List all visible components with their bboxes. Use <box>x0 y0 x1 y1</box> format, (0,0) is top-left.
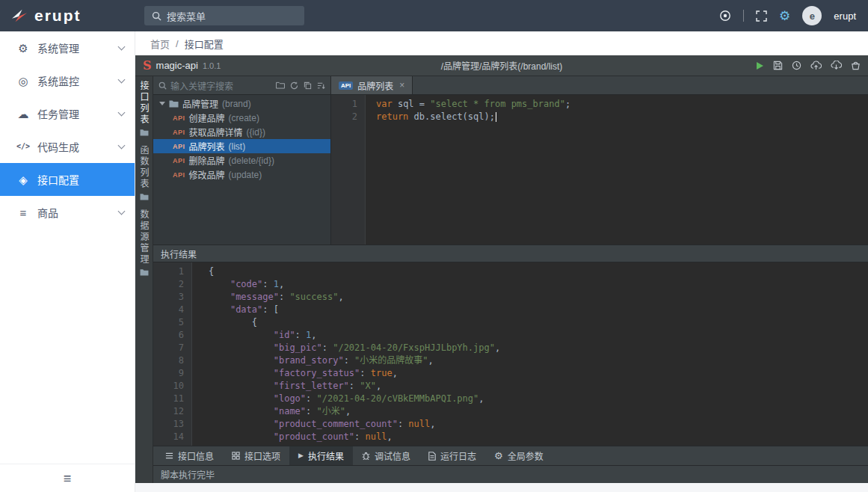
breadcrumb-separator: / <box>176 38 179 49</box>
history-icon[interactable] <box>792 61 801 70</box>
sidebar-item-goods[interactable]: ≡ 商品 <box>0 196 135 229</box>
editor-code[interactable]: var sql = "select * from pms_brand";retu… <box>366 95 868 245</box>
api-tree: 品牌管理(brand) API 创建品牌(create) API 获取品牌详情(… <box>153 95 330 245</box>
gear-icon: ⚙ <box>16 43 30 54</box>
side-tab-function-list[interactable]: 函数列表 <box>138 145 150 200</box>
sidebar-item-system-manage[interactable]: ⚙ 系统管理 <box>0 31 135 64</box>
api-badge: API <box>173 171 185 179</box>
api-badge: API <box>173 143 185 150</box>
api-path: (create) <box>229 113 259 123</box>
api-name: 获取品牌详情 <box>189 126 243 138</box>
run-icon[interactable] <box>755 61 764 70</box>
gear-icon: ⚙ <box>494 451 503 461</box>
side-tab-api-list[interactable]: 接口列表 <box>138 81 150 136</box>
erupt-brand[interactable]: erupt <box>0 7 135 25</box>
result-title: 执行结果 <box>161 247 197 260</box>
magic-api-toolbar <box>755 61 861 70</box>
status-bar: 脚本执行完毕 <box>153 465 868 483</box>
sidebar-item-code-gen[interactable]: </> 代码生成 <box>0 130 135 163</box>
avatar-initial: e <box>810 10 815 22</box>
divider <box>743 10 744 22</box>
avatar[interactable]: e <box>802 6 822 25</box>
list-icon: ≡ <box>16 207 30 218</box>
folder-icon <box>140 268 149 276</box>
play-icon: ▶ <box>298 452 304 459</box>
tree-api-row-detail[interactable]: API 获取品牌详情({id}) <box>153 125 330 139</box>
app-header: erupt 搜索菜单 ⚙ e erupt <box>0 0 868 31</box>
sidebar-item-task-manage[interactable]: ☁ 任务管理 <box>0 97 135 130</box>
magic-api-body: 接口列表 函数列表 数据源管理 <box>135 76 868 483</box>
chevron-down-icon <box>118 207 126 215</box>
bug-icon <box>362 452 370 460</box>
tab-run-log[interactable]: 运行日志 <box>419 446 485 465</box>
api-badge: API <box>173 157 185 164</box>
api-path: (update) <box>229 170 262 180</box>
magic-api-title: magic-api <box>156 60 198 71</box>
side-tab-datasource[interactable]: 数据源管理 <box>138 209 150 276</box>
folder-icon <box>140 193 149 200</box>
sidebar-item-system-monitor[interactable]: ◎ 系统监控 <box>0 64 135 97</box>
tree-toolbar <box>276 82 325 90</box>
menu-search-input[interactable]: 搜索菜单 <box>144 6 304 25</box>
file-icon <box>428 452 436 461</box>
tree-api-row-list[interactable]: API 品牌列表(list) <box>153 139 330 153</box>
side-tab-label: 函数列表 <box>138 145 150 190</box>
result-json: { "code": 1, "message": "success", "data… <box>192 262 868 446</box>
chevron-down-icon <box>118 141 126 149</box>
breadcrumb-home[interactable]: 首页 <box>150 37 170 51</box>
tree-search-input[interactable]: 输入关键字搜索 <box>170 79 272 92</box>
tab-label: 全局参数 <box>508 449 544 462</box>
tab-api-options[interactable]: 接口选项 <box>223 446 289 465</box>
settings-gear-icon[interactable]: ⚙ <box>779 10 790 22</box>
save-icon[interactable] <box>773 61 783 70</box>
api-icon: ◈ <box>16 174 30 185</box>
copy-icon[interactable] <box>304 82 312 90</box>
editor-tab-bar: API 品牌列表 × <box>331 76 868 95</box>
folder-icon <box>169 99 179 108</box>
monitor-icon: ◎ <box>16 76 30 87</box>
sort-icon[interactable] <box>317 82 325 90</box>
sidebar-item-label: 任务管理 <box>37 106 79 121</box>
result-panel-header: 执行结果 <box>153 245 868 262</box>
api-path: (delete/{id}) <box>229 156 274 166</box>
editor-tab-brand-list[interactable]: API 品牌列表 × <box>331 76 413 94</box>
tab-global-params[interactable]: ⚙ 全局参数 <box>485 446 552 465</box>
store-icon[interactable] <box>851 61 861 70</box>
sidebar-item-api-config[interactable]: ◈ 接口配置 <box>0 163 135 196</box>
tree-api-row-delete[interactable]: API 删除品牌(delete/{id}) <box>153 153 330 167</box>
api-path: ({id}) <box>247 127 265 138</box>
tree-api-row-create[interactable]: API 创建品牌(create) <box>153 111 330 125</box>
close-icon[interactable]: × <box>399 80 404 90</box>
tab-api-info[interactable]: 接口信息 <box>156 446 223 465</box>
result-panel: 执行结果 1234567891011121314 { "code": 1, "m… <box>153 245 868 446</box>
tab-debug-info[interactable]: 调试信息 <box>353 446 419 465</box>
search-icon <box>152 11 161 21</box>
tab-label: 接口信息 <box>178 449 214 462</box>
chevron-down-icon <box>118 108 126 116</box>
tab-label: 运行日志 <box>440 449 476 462</box>
api-badge: API <box>173 129 185 136</box>
new-group-icon[interactable] <box>276 82 285 89</box>
sidebar: ⚙ 系统管理 ◎ 系统监控 ☁ 任务管理 </> 代码生成 ◈ 接口配置 ≡ 商… <box>0 31 135 492</box>
grid-icon <box>232 452 240 460</box>
side-tab-label: 接口列表 <box>138 81 150 126</box>
expand-arrow-icon[interactable] <box>159 102 165 105</box>
refresh-icon[interactable] <box>290 82 298 90</box>
api-name: 品牌列表 <box>189 140 225 153</box>
collapse-menu-icon[interactable]: ≡ <box>64 472 72 485</box>
tree-api-row-update[interactable]: API 修改品牌(update) <box>153 167 330 182</box>
sidebar-footer: ≡ <box>0 464 135 492</box>
workspace-top: 输入关键字搜索 <box>153 76 868 245</box>
group-path: (brand) <box>222 99 251 109</box>
cloud-icon: ☁ <box>16 108 30 120</box>
upload-icon[interactable] <box>810 61 822 70</box>
sidebar-item-label: 系统监控 <box>37 73 79 88</box>
tree-group-row[interactable]: 品牌管理(brand) <box>153 96 330 111</box>
record-icon[interactable] <box>719 10 731 22</box>
breadcrumb-current: 接口配置 <box>185 37 224 51</box>
script-editor[interactable]: 12 var sql = "select * from pms_brand";r… <box>331 95 868 245</box>
folder-icon <box>140 129 149 136</box>
download-icon[interactable] <box>831 61 842 70</box>
fullscreen-icon[interactable] <box>756 10 767 22</box>
tab-run-result[interactable]: ▶ 执行结果 <box>289 446 353 465</box>
